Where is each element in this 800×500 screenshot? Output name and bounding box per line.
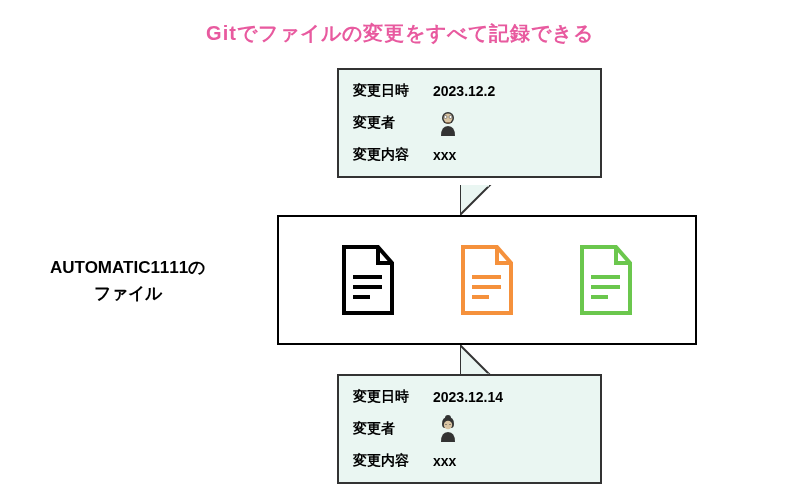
bubble-row-date: 変更日時 2023.12.2 (353, 82, 586, 100)
bubble-row-date: 変更日時 2023.12.14 (353, 388, 586, 406)
document-icon-3 (578, 245, 634, 315)
label-line2: ファイル (94, 284, 162, 303)
date-value: 2023.12.2 (433, 83, 495, 99)
change-info-bubble-top: 変更日時 2023.12.2 変更者 変更内容 xxx (337, 68, 602, 178)
date-label: 変更日時 (353, 388, 415, 406)
date-value: 2023.12.14 (433, 389, 503, 405)
bubble-row-author: 変更者 (353, 108, 586, 138)
svg-point-18 (444, 421, 452, 429)
avatar-female-icon (433, 414, 463, 444)
bubble-row-content: 変更内容 xxx (353, 452, 586, 470)
file-container (277, 215, 697, 345)
content-value: xxx (433, 453, 456, 469)
svg-point-17 (445, 415, 451, 421)
svg-marker-4 (460, 185, 490, 215)
svg-marker-15 (460, 345, 490, 375)
content-label: 変更内容 (353, 452, 415, 470)
content-label: 変更内容 (353, 146, 415, 164)
change-info-bubble-bottom: 変更日時 2023.12.14 変更者 変更内容 xxx (337, 374, 602, 484)
document-icon-2 (459, 245, 515, 315)
diagram-title: Gitでファイルの変更をすべて記録できる (206, 20, 594, 47)
content-value: xxx (433, 147, 456, 163)
bubble-row-content: 変更内容 xxx (353, 146, 586, 164)
svg-point-20 (449, 424, 450, 425)
date-label: 変更日時 (353, 82, 415, 100)
speech-tail-bottom-icon (460, 345, 500, 375)
label-line1: AUTOMATIC1111の (50, 258, 205, 277)
speech-tail-top-icon (460, 185, 500, 215)
svg-point-19 (445, 424, 446, 425)
author-label: 変更者 (353, 114, 415, 132)
svg-point-3 (449, 116, 452, 119)
author-label: 変更者 (353, 420, 415, 438)
avatar-male-icon (433, 108, 463, 138)
bubble-row-author: 変更者 (353, 414, 586, 444)
file-group-label: AUTOMATIC1111の ファイル (50, 255, 205, 306)
document-icon-1 (340, 245, 396, 315)
svg-point-2 (444, 116, 447, 119)
